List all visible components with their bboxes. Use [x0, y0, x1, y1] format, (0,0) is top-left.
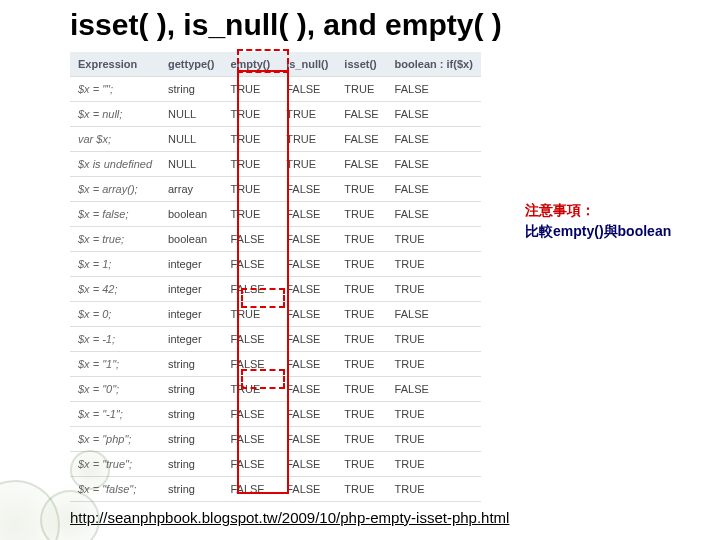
table-cell: FALSE — [387, 102, 481, 127]
annotation-line1: 注意事項： — [525, 200, 671, 221]
table-cell: FALSE — [278, 377, 336, 402]
table-cell: TRUE — [387, 477, 481, 502]
table-cell: $x = true; — [70, 227, 160, 252]
table-row: $x = "false";stringFALSEFALSETRUETRUE — [70, 477, 481, 502]
table-cell: FALSE — [387, 202, 481, 227]
table-cell: FALSE — [278, 227, 336, 252]
table-cell: TRUE — [222, 102, 278, 127]
table-cell: TRUE — [222, 377, 278, 402]
table-row: $x = -1;integerFALSEFALSETRUETRUE — [70, 327, 481, 352]
table-cell: TRUE — [222, 77, 278, 102]
table-cell: TRUE — [387, 402, 481, 427]
table-row: $x = true;booleanFALSEFALSETRUETRUE — [70, 227, 481, 252]
table-cell: FALSE — [387, 127, 481, 152]
table-cell: TRUE — [336, 477, 386, 502]
table-cell: FALSE — [222, 252, 278, 277]
table-cell: NULL — [160, 102, 222, 127]
annotation-part: empty() — [553, 223, 604, 239]
table-cell: $x = 1; — [70, 252, 160, 277]
table-cell: TRUE — [387, 277, 481, 302]
table-row: $x = array();arrayTRUEFALSETRUEFALSE — [70, 177, 481, 202]
table-cell: TRUE — [336, 227, 386, 252]
table-cell: TRUE — [336, 177, 386, 202]
table-cell: string — [160, 377, 222, 402]
table-cell: FALSE — [278, 477, 336, 502]
table-cell: TRUE — [387, 227, 481, 252]
source-link[interactable]: http://seanphpbook.blogspot.tw/2009/10/p… — [70, 509, 509, 526]
table-header-cell: Expression — [70, 52, 160, 77]
table-cell: boolean — [160, 227, 222, 252]
table-cell: TRUE — [278, 127, 336, 152]
annotation-line2: 比較empty()與boolean — [525, 221, 671, 242]
table-cell: string — [160, 452, 222, 477]
table-header-cell: is_null() — [278, 52, 336, 77]
table-cell: string — [160, 402, 222, 427]
table-cell: var $x; — [70, 127, 160, 152]
table-row: $x = "true";stringFALSEFALSETRUETRUE — [70, 452, 481, 477]
table-cell: TRUE — [336, 302, 386, 327]
table-cell: TRUE — [336, 427, 386, 452]
table-cell: $x = "0"; — [70, 377, 160, 402]
table-cell: TRUE — [336, 402, 386, 427]
table-row: $x = "1";stringFALSEFALSETRUETRUE — [70, 352, 481, 377]
table-cell: TRUE — [336, 277, 386, 302]
table-row: $x = "php";stringFALSEFALSETRUETRUE — [70, 427, 481, 452]
table-row: $x = 0;integerTRUEFALSETRUEFALSE — [70, 302, 481, 327]
table-cell: $x = "1"; — [70, 352, 160, 377]
table-cell: FALSE — [336, 102, 386, 127]
table-cell: $x = "true"; — [70, 452, 160, 477]
table-cell: boolean — [160, 202, 222, 227]
table-cell: FALSE — [222, 477, 278, 502]
table-cell: $x is undefined — [70, 152, 160, 177]
table-cell: FALSE — [387, 302, 481, 327]
table-cell: NULL — [160, 152, 222, 177]
table-cell: TRUE — [222, 152, 278, 177]
table-cell: FALSE — [278, 177, 336, 202]
table-cell: TRUE — [387, 352, 481, 377]
table-row: var $x;NULLTRUETRUEFALSEFALSE — [70, 127, 481, 152]
slide-title: isset( ), is_null( ), and empty( ) — [70, 8, 502, 42]
table-row: $x = "";stringTRUEFALSETRUEFALSE — [70, 77, 481, 102]
table-cell: FALSE — [387, 77, 481, 102]
annotation-part: 比較 — [525, 223, 553, 239]
table-cell: FALSE — [222, 277, 278, 302]
table-header-cell: gettype() — [160, 52, 222, 77]
table-cell: FALSE — [278, 427, 336, 452]
table-cell: FALSE — [278, 77, 336, 102]
table-cell: TRUE — [336, 352, 386, 377]
table-cell: array — [160, 177, 222, 202]
table-cell: FALSE — [278, 277, 336, 302]
table-row: $x = 1;integerFALSEFALSETRUETRUE — [70, 252, 481, 277]
table-row: $x = "0";stringTRUEFALSETRUEFALSE — [70, 377, 481, 402]
table-header-cell: boolean : if($x) — [387, 52, 481, 77]
table-cell: FALSE — [278, 452, 336, 477]
table-cell: FALSE — [278, 352, 336, 377]
table-cell: TRUE — [387, 427, 481, 452]
table-cell: FALSE — [278, 402, 336, 427]
table-cell: $x = ""; — [70, 77, 160, 102]
table-cell: FALSE — [336, 152, 386, 177]
table-cell: $x = array(); — [70, 177, 160, 202]
table-cell: TRUE — [336, 202, 386, 227]
table-cell: TRUE — [222, 302, 278, 327]
table-cell: string — [160, 352, 222, 377]
table-cell: FALSE — [222, 327, 278, 352]
table-cell: TRUE — [387, 252, 481, 277]
table-cell: FALSE — [222, 227, 278, 252]
table-cell: integer — [160, 252, 222, 277]
table-cell: TRUE — [278, 102, 336, 127]
table-row: $x = null;NULLTRUETRUEFALSEFALSE — [70, 102, 481, 127]
table-header-cell: isset() — [336, 52, 386, 77]
table-cell: $x = 0; — [70, 302, 160, 327]
table-cell: FALSE — [222, 427, 278, 452]
table-cell: FALSE — [278, 302, 336, 327]
table-cell: FALSE — [387, 177, 481, 202]
table-cell: TRUE — [278, 152, 336, 177]
table-cell: TRUE — [222, 202, 278, 227]
table-cell: $x = false; — [70, 202, 160, 227]
table-cell: TRUE — [336, 327, 386, 352]
comparison-table: Expressiongettype()empty()is_null()isset… — [70, 52, 481, 502]
table-cell: TRUE — [336, 377, 386, 402]
annotation-part: boolean — [618, 223, 672, 239]
table-header-cell: empty() — [222, 52, 278, 77]
